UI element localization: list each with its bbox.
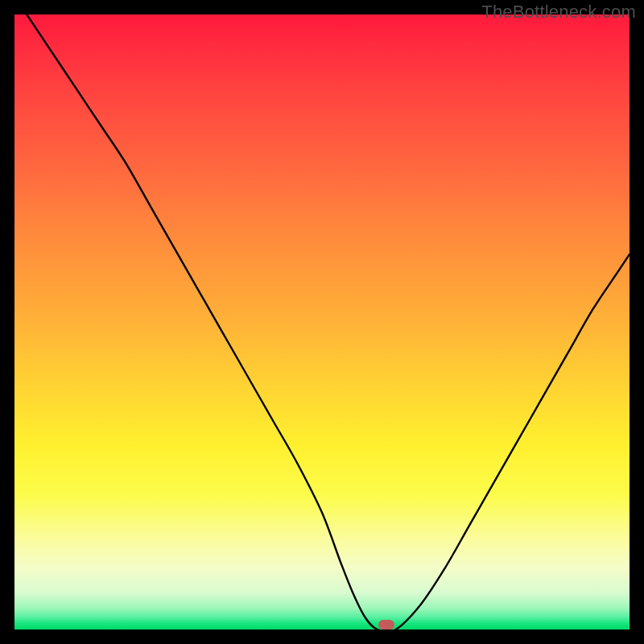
plot-area	[14, 14, 630, 630]
chart-frame: TheBottleneck.com	[0, 0, 644, 644]
curve-path	[27, 14, 630, 630]
minimum-marker	[378, 620, 394, 630]
watermark-text: TheBottleneck.com	[481, 2, 636, 23]
bottleneck-curve	[14, 14, 630, 630]
